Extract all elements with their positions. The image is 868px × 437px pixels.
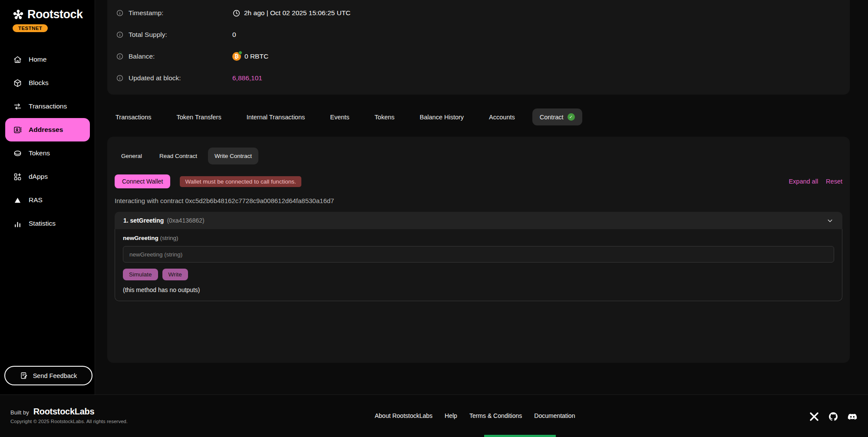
copyright-text: Copyright © 2025 RootstockLabs. All righ… bbox=[10, 419, 128, 424]
outputs-note: (this method has no outputs) bbox=[123, 286, 834, 293]
info-row-balance: Balance: ₿ 0 RBTC bbox=[107, 46, 850, 67]
footer: Built by RootstockLabs Copyright © 2025 … bbox=[0, 394, 868, 437]
wallet-row: Connect Wallet Wallet must be connected … bbox=[115, 174, 842, 188]
info-row-updated-block: Updated at block: 6,886,101 bbox=[107, 67, 850, 89]
rootstocklabs-wordmark[interactable]: RootstockLabs bbox=[33, 407, 95, 417]
timestamp-value: 2h ago | Oct 02 2025 15:06:25 UTC bbox=[244, 9, 350, 17]
wallet-warning-badge: Wallet must be connected to call functio… bbox=[180, 176, 301, 187]
feedback-note-icon bbox=[20, 371, 28, 380]
subtab-read-contract[interactable]: Read Contract bbox=[153, 148, 204, 164]
tab-token-transfers[interactable]: Token Transfers bbox=[176, 114, 221, 121]
send-feedback-label: Send Feedback bbox=[33, 372, 77, 379]
method-selector: (0xa4136862) bbox=[167, 217, 204, 224]
rootstock-logo-icon bbox=[12, 9, 24, 21]
tab-contract-label: Contract bbox=[540, 114, 564, 121]
swap-arrows-icon bbox=[13, 102, 22, 111]
info-row-timestamp: Timestamp: 2h ago | Oct 02 2025 15:06:25… bbox=[107, 2, 850, 24]
interacting-contract-text: Interacting with contract 0xc5d2b6b48162… bbox=[115, 197, 842, 204]
sidebar-item-transactions[interactable]: Transactions bbox=[5, 95, 90, 118]
sidebar-item-ras[interactable]: RAS bbox=[5, 188, 90, 212]
tab-balance-history[interactable]: Balance History bbox=[420, 114, 464, 121]
subtab-write-contract[interactable]: Write Contract bbox=[208, 148, 258, 164]
tab-tokens[interactable]: Tokens bbox=[375, 114, 395, 121]
balance-value: 0 RBTC bbox=[244, 53, 268, 60]
sidebar-item-blocks[interactable]: Blocks bbox=[5, 71, 90, 95]
info-icon bbox=[116, 9, 124, 17]
info-label-text: Updated at block: bbox=[129, 74, 181, 82]
address-tabs: Transactions Token Transfers Internal Tr… bbox=[116, 108, 582, 126]
sidebar-item-addresses[interactable]: Addresses bbox=[5, 118, 90, 141]
info-row-total-supply: Total Supply: 0 bbox=[107, 24, 850, 46]
bottom-progress-artifact bbox=[484, 435, 556, 437]
contract-panel: General Read Contract Write Contract Con… bbox=[107, 137, 850, 363]
sidebar-item-home[interactable]: Home bbox=[5, 48, 90, 71]
social-links bbox=[809, 411, 858, 422]
dapps-grid-icon bbox=[13, 172, 22, 181]
method-accordion: 1. setGreeting (0xa4136862) newGreeting … bbox=[115, 212, 842, 301]
sidebar-item-label: RAS bbox=[29, 196, 43, 204]
param-input[interactable] bbox=[123, 246, 834, 263]
clock-icon bbox=[232, 9, 241, 17]
total-supply-value: 0 bbox=[232, 31, 236, 39]
sidebar-item-label: dApps bbox=[29, 173, 48, 181]
footer-links: About RootstockLabs Help Terms & Conditi… bbox=[375, 412, 575, 419]
contract-subtabs: General Read Contract Write Contract bbox=[115, 137, 842, 164]
sidebar-item-statistics[interactable]: Statistics bbox=[5, 212, 90, 235]
built-by-label: Built by bbox=[10, 409, 29, 416]
contact-card-icon bbox=[13, 125, 22, 135]
sidebar-item-label: Statistics bbox=[29, 220, 56, 227]
bar-chart-icon bbox=[13, 219, 22, 228]
footer-link-documentation[interactable]: Documentation bbox=[534, 412, 575, 419]
sidebar-item-tokens[interactable]: Tokens bbox=[5, 141, 90, 165]
sidebar-item-label: Tokens bbox=[29, 149, 50, 157]
sidebar-item-label: Blocks bbox=[29, 79, 49, 87]
coin-icon bbox=[13, 149, 22, 158]
method-accordion-body: newGreeting (string) Simulate Write (thi… bbox=[115, 229, 842, 301]
sidebar-item-dapps[interactable]: dApps bbox=[5, 165, 90, 188]
verified-check-icon: ✓ bbox=[568, 113, 575, 121]
tab-events[interactable]: Events bbox=[330, 114, 349, 121]
brand-name: Rootstock bbox=[27, 8, 83, 21]
sidebar-item-label: Transactions bbox=[29, 102, 67, 110]
chevron-down-icon[interactable] bbox=[826, 217, 834, 224]
x-twitter-icon[interactable] bbox=[809, 411, 819, 422]
sidebar-nav: Home Blocks Transactions Addresses bbox=[5, 48, 90, 235]
expand-all-link[interactable]: Expand all bbox=[789, 178, 818, 185]
home-icon bbox=[13, 55, 22, 64]
footer-link-about[interactable]: About RootstockLabs bbox=[375, 412, 432, 419]
connect-wallet-button[interactable]: Connect Wallet bbox=[115, 174, 170, 188]
info-icon bbox=[116, 74, 124, 82]
sidebar: Rootstock TESTNET Home Blocks Transactio… bbox=[0, 0, 95, 394]
cube-icon bbox=[13, 79, 22, 88]
sidebar-item-label: Addresses bbox=[29, 126, 63, 134]
method-accordion-header[interactable]: 1. setGreeting (0xa4136862) bbox=[115, 212, 842, 229]
footer-link-terms[interactable]: Terms & Conditions bbox=[469, 412, 522, 419]
github-icon[interactable] bbox=[828, 411, 838, 422]
rbtc-coin-icon: ₿ bbox=[232, 52, 241, 61]
triangle-icon bbox=[13, 196, 22, 205]
info-label-text: Total Supply: bbox=[129, 31, 167, 39]
main-content: Timestamp: 2h ago | Oct 02 2025 15:06:25… bbox=[96, 0, 868, 394]
write-button[interactable]: Write bbox=[162, 269, 188, 280]
sidebar-item-label: Home bbox=[29, 56, 46, 63]
testnet-badge: TESTNET bbox=[13, 24, 48, 32]
verified-mini-badge bbox=[238, 51, 242, 55]
rootstock-logo[interactable]: Rootstock bbox=[0, 0, 95, 21]
send-feedback-button[interactable]: Send Feedback bbox=[4, 366, 92, 385]
discord-icon[interactable] bbox=[847, 411, 858, 422]
info-label-text: Balance: bbox=[129, 53, 155, 60]
method-title: 1. setGreeting bbox=[123, 217, 164, 224]
tab-internal-transactions[interactable]: Internal Transactions bbox=[247, 114, 305, 121]
updated-block-link[interactable]: 6,886,101 bbox=[232, 74, 262, 82]
info-icon bbox=[116, 53, 124, 60]
info-icon bbox=[116, 31, 124, 39]
tab-accounts[interactable]: Accounts bbox=[489, 114, 515, 121]
tab-contract[interactable]: Contract ✓ bbox=[532, 108, 582, 125]
simulate-button[interactable]: Simulate bbox=[123, 269, 158, 280]
footer-link-help[interactable]: Help bbox=[445, 412, 457, 419]
param-type: (string) bbox=[160, 235, 178, 241]
subtab-general[interactable]: General bbox=[115, 148, 149, 164]
tab-transactions[interactable]: Transactions bbox=[116, 114, 151, 121]
reset-link[interactable]: Reset bbox=[826, 178, 842, 185]
param-name: newGreeting bbox=[123, 235, 158, 241]
